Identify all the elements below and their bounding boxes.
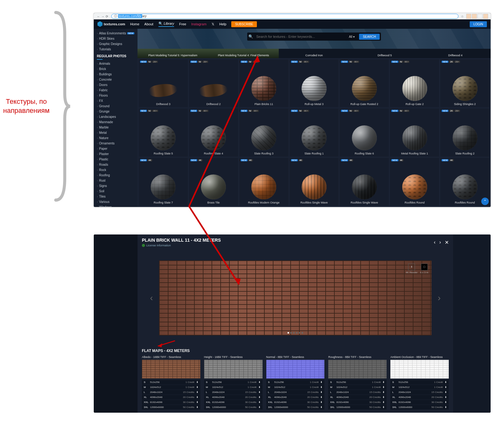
map-thumbnail[interactable] <box>328 360 387 379</box>
download-size-row[interactable]: L2048x102415 Credits⬇ <box>390 390 449 395</box>
download-size-row[interactable]: S512x2561 Credit⬇ <box>142 380 200 385</box>
hero-tile[interactable]: Corroded Iron <box>279 49 349 58</box>
sidebar-item[interactable]: Fabric <box>94 88 138 93</box>
texture-tile[interactable]: NEW4KRooftiles Modern Orange <box>239 158 288 206</box>
sidebar-item[interactable]: Roads <box>94 162 138 167</box>
texture-tile[interactable]: NEWN/4K+Plain Bricks 11 <box>239 59 288 107</box>
dimension-box[interactable]: ▢6 x 3 m <box>420 264 428 274</box>
nav-library[interactable]: 🔍 Library <box>158 22 174 27</box>
download-size-row[interactable]: XL4096x204820 Credits⬇ <box>390 395 449 400</box>
texture-tile[interactable]: NEWN/4K+Roofing Slate 6 <box>340 108 389 156</box>
nav-about[interactable]: About <box>144 22 153 26</box>
search-input[interactable] <box>256 34 344 39</box>
sidebar-item[interactable]: Ground <box>94 103 138 109</box>
download-size-row[interactable]: XXL8192x409630 Credits⬇ <box>390 400 449 405</box>
next-texture-icon[interactable]: › <box>439 239 441 245</box>
sidebar-item[interactable]: Ornaments <box>94 141 138 146</box>
sidebar-item[interactable]: Plastic <box>94 157 138 162</box>
texture-tile[interactable]: NEWN/28+Driftwood 2 <box>189 59 238 107</box>
download-size-row[interactable]: L2048x102415 Credits⬇ <box>328 390 387 395</box>
nav-home[interactable]: Home <box>130 22 139 26</box>
download-size-row[interactable]: S512x2561 Credit⬇ <box>328 380 387 385</box>
nav-instagram[interactable]: Instagram <box>191 22 207 26</box>
map-thumbnail[interactable] <box>390 360 449 379</box>
hero-tile[interactable]: Driftwood 4 <box>420 49 491 58</box>
sidebar-item[interactable]: Paper <box>94 146 138 151</box>
download-size-row[interactable]: 3XL12000x600050 Credits⬇ <box>328 405 387 410</box>
sidebar-item[interactable]: Nature <box>94 135 138 141</box>
sidebar-item[interactable]: Graphic Designs <box>94 41 138 47</box>
texture-tile[interactable]: NEW4KRooftiles Single Wave <box>290 158 339 206</box>
site-logo[interactable]: textures.com <box>98 21 125 27</box>
sidebar-item[interactable]: Signs <box>94 183 138 189</box>
sidebar-item[interactable]: Brick <box>94 66 138 72</box>
download-size-row[interactable]: S512x2561 Credit⬇ <box>266 380 325 385</box>
download-size-row[interactable]: XXL8192x409630 Credits⬇ <box>266 400 325 405</box>
texture-tile[interactable]: NEW4KBrass Tile <box>189 158 238 206</box>
download-size-row[interactable]: 3XL12000x600050 Credits⬇ <box>142 405 200 410</box>
download-size-row[interactable]: M1024x5121 Credit⬇ <box>204 385 262 390</box>
texture-tile[interactable]: NEWN/4K+Slate Roofing 3 <box>239 108 288 156</box>
sidebar-item[interactable]: Tutorials <box>94 47 138 52</box>
map-thumbnail[interactable] <box>142 360 200 379</box>
sidebar-item[interactable]: Roofing <box>94 173 138 178</box>
sidebar-item[interactable]: Animals <box>94 61 138 66</box>
download-size-row[interactable]: S512x2561 Credit⬇ <box>204 380 262 385</box>
map-thumbnail[interactable] <box>204 360 262 379</box>
download-size-row[interactable]: L2048x102415 Credits⬇ <box>142 390 200 395</box>
sidebar-item[interactable]: FX <box>94 98 138 103</box>
sidebar-item[interactable]: Doors <box>94 82 138 88</box>
sidebar-item[interactable]: Grunge <box>94 109 138 114</box>
download-size-row[interactable]: M1024x5121 Credit⬇ <box>266 385 325 390</box>
sidebar-item[interactable]: Marble <box>94 125 138 130</box>
nav-free[interactable]: Free <box>179 22 186 26</box>
texture-tile[interactable]: NEWN/4K+Roll-up Metal 3 <box>290 59 339 107</box>
search-filter-all[interactable]: All ▾ <box>347 35 357 38</box>
download-4k-button[interactable]: ⬇4K Render <box>406 264 418 274</box>
hero-tile[interactable]: Plant Modeling Tutorial 4: Final Element… <box>208 49 279 58</box>
download-size-row[interactable]: 3XL12000x600050 Credits⬇ <box>390 405 449 410</box>
sidebar-item[interactable]: Plaster <box>94 151 138 157</box>
preview-next-icon[interactable]: › <box>438 293 441 303</box>
nav-x-icon[interactable]: 𝕏 <box>212 22 214 26</box>
sidebar-item[interactable]: Buildings <box>94 72 138 77</box>
sidebar-item[interactable]: Rust <box>94 178 138 183</box>
texture-tile[interactable]: NEWN/28+Driftwood 3 <box>139 59 188 107</box>
download-size-row[interactable]: L2048x102415 Credits⬇ <box>266 390 325 395</box>
download-size-row[interactable]: XL4096x204820 Credits⬇ <box>266 395 325 400</box>
texture-tile[interactable]: NEW2K28+Slate Roofing 2 <box>440 108 489 156</box>
sidebar-item[interactable]: HDR Skies <box>94 36 138 41</box>
url-bar[interactable]: ⓘ textures.com/library <box>111 14 458 19</box>
sidebar-item[interactable]: Floors <box>94 93 138 98</box>
texture-tile[interactable]: NEWN/4K+Metal Roofing Slate 1 <box>390 108 439 156</box>
search-button[interactable]: SEARCH <box>359 34 380 40</box>
scroll-top-button[interactable]: ⌃ <box>481 198 489 205</box>
texture-tile[interactable]: NEWN/4K+Slate Roofing 1 <box>290 108 339 156</box>
subscribe-button[interactable]: SUBSCRIBE <box>231 21 257 27</box>
hero-tile[interactable]: Plant Modeling Tutorial 5: Hyperrealism <box>138 49 208 58</box>
license-info[interactable]: License Information <box>142 244 221 247</box>
texture-tile[interactable]: NEWN/4K+Roofing Slate 4 <box>189 108 238 156</box>
sidebar-item[interactable]: Various <box>94 199 138 204</box>
download-size-row[interactable]: XXL8192x409630 Credits⬇ <box>204 400 262 405</box>
texture-tile[interactable]: NEW4KRoofing Slate 7 <box>139 158 188 206</box>
carousel-dots[interactable] <box>288 332 303 334</box>
download-size-row[interactable]: 3XL12000x600050 Credits⬇ <box>204 405 262 410</box>
sidebar-item[interactable]: Soil <box>94 189 138 194</box>
texture-tile[interactable]: NEWN/4K+Roofing Slate 5 <box>139 108 188 156</box>
download-size-row[interactable]: XL4096x204820 Credits⬇ <box>328 395 387 400</box>
download-size-row[interactable]: S512x2561 Credit⬇ <box>390 380 449 385</box>
sidebar-item[interactable]: Windows <box>94 204 138 207</box>
sidebar-item[interactable]: Atlas Environments NEW <box>94 31 138 36</box>
sidebar-item[interactable]: Rock <box>94 167 138 173</box>
map-thumbnail[interactable] <box>266 360 325 379</box>
sidebar-item[interactable]: Tiles <box>94 194 138 199</box>
texture-tile[interactable]: NEW2K28+Siding Shingles 2 <box>440 59 489 107</box>
download-size-row[interactable]: XL4096x204820 Credits⬇ <box>142 395 200 400</box>
sidebar-item[interactable]: Concrete <box>94 77 138 82</box>
texture-tile[interactable]: NEWN/4K+Roll-up Gate 2 <box>390 59 439 107</box>
preview-prev-icon[interactable]: ‹ <box>150 293 153 303</box>
star-icon[interactable]: ☆ <box>461 15 464 18</box>
nav-help[interactable]: Help <box>219 22 227 26</box>
close-icon[interactable]: ✕ <box>445 239 449 245</box>
